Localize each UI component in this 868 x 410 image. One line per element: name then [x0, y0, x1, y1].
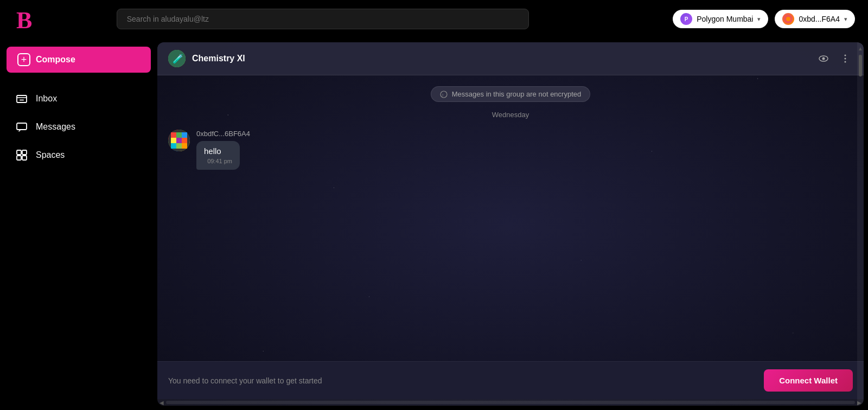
- message-time: 09:41 pm: [204, 158, 232, 164]
- svg-point-18: [441, 91, 447, 98]
- svg-text:B: B: [16, 7, 32, 33]
- spaces-label: Spaces: [36, 150, 65, 160]
- svg-text:!: !: [442, 93, 443, 98]
- message-text: hello: [204, 146, 232, 156]
- main-layout: + Compose Inbox Messages: [0, 38, 868, 410]
- chat-title: Chemistry XI: [192, 54, 245, 63]
- view-button[interactable]: [816, 51, 831, 66]
- day-label: Wednesday: [168, 111, 853, 119]
- scroll-up-arrow[interactable]: ▲: [857, 44, 864, 53]
- inbox-label: Inbox: [36, 94, 57, 104]
- svg-point-3: [786, 17, 790, 21]
- connect-bar: You need to connect your wallet to get s…: [157, 361, 864, 399]
- svg-rect-6: [17, 123, 27, 130]
- group-avatar: 🧪: [168, 50, 186, 67]
- svg-rect-28: [176, 143, 182, 149]
- network-label: Polygon Mumbai: [697, 15, 753, 23]
- sidebar-item-messages[interactable]: Messages: [7, 114, 151, 140]
- chat-content[interactable]: ! Messages in this group are not encrypt…: [157, 75, 864, 361]
- compose-label: Compose: [36, 55, 75, 65]
- search-bar: [117, 9, 529, 29]
- compose-button[interactable]: + Compose: [7, 47, 151, 73]
- svg-rect-21: [171, 132, 176, 138]
- spaces-icon: [15, 149, 28, 162]
- svg-text:🧪: 🧪: [173, 54, 183, 64]
- svg-point-17: [845, 61, 846, 63]
- h-scroll-track: [166, 401, 855, 404]
- svg-rect-8: [22, 150, 27, 155]
- sidebar: + Compose Inbox Messages: [0, 38, 157, 410]
- svg-rect-25: [176, 138, 182, 143]
- wallet-address-label: 0xbd...F6A4: [799, 15, 840, 23]
- chat-header-actions: [816, 51, 853, 66]
- network-chevron: ▾: [757, 16, 761, 23]
- wallet-avatar-icon: [782, 13, 794, 25]
- messages-icon: [15, 120, 28, 133]
- message-content: 0xbdfC...6BF6A4 hello 09:41 pm: [196, 130, 250, 170]
- scroll-thumb[interactable]: [859, 55, 862, 76]
- inbox-icon: [15, 92, 28, 105]
- search-input[interactable]: [117, 9, 529, 29]
- message-bubble: hello 09:41 pm: [196, 141, 240, 170]
- svg-rect-9: [17, 156, 21, 160]
- scroll-left-arrow[interactable]: ◀: [159, 400, 164, 406]
- header: B P Polygon Mumbai ▾ 0xbd...F6A4 ▾: [0, 0, 868, 38]
- polygon-icon: P: [680, 13, 692, 25]
- svg-rect-22: [176, 132, 182, 138]
- network-selector[interactable]: P Polygon Mumbai ▾: [673, 10, 768, 28]
- messages-label: Messages: [36, 122, 75, 132]
- svg-rect-24: [171, 138, 176, 143]
- horizontal-scrollbar[interactable]: ◀ ▶: [157, 399, 864, 406]
- header-right: P Polygon Mumbai ▾ 0xbd...F6A4 ▾: [673, 10, 855, 28]
- logo[interactable]: B: [13, 5, 40, 33]
- svg-rect-5: [20, 99, 24, 101]
- svg-rect-29: [182, 143, 187, 149]
- compose-plus-icon: +: [17, 53, 30, 66]
- svg-rect-4: [17, 95, 27, 102]
- more-options-button[interactable]: [838, 51, 853, 66]
- svg-rect-26: [182, 138, 187, 143]
- encrypt-notice: ! Messages in this group are not encrypt…: [168, 86, 853, 102]
- svg-point-16: [845, 58, 846, 60]
- connect-prompt-text: You need to connect your wallet to get s…: [168, 376, 322, 385]
- message-group: 0xbdfC...6BF6A4 hello 09:41 pm: [168, 130, 853, 170]
- wallet-selector[interactable]: 0xbd...F6A4 ▾: [775, 10, 855, 28]
- encrypt-badge: ! Messages in this group are not encrypt…: [431, 86, 590, 102]
- svg-rect-23: [182, 132, 187, 138]
- sidebar-item-inbox[interactable]: Inbox: [7, 86, 151, 112]
- connect-wallet-button[interactable]: Connect Wallet: [764, 369, 853, 392]
- svg-rect-27: [171, 143, 176, 149]
- wallet-chevron: ▾: [844, 16, 847, 23]
- svg-rect-10: [22, 156, 27, 160]
- message-avatar: [168, 130, 190, 151]
- svg-rect-7: [17, 150, 21, 155]
- svg-point-15: [845, 55, 846, 56]
- chat-bottom: You need to connect your wallet to get s…: [157, 361, 864, 406]
- sidebar-item-spaces[interactable]: Spaces: [7, 142, 151, 168]
- encrypt-notice-text: Messages in this group are not encrypted: [452, 90, 581, 98]
- chat-panel: 🧪 Chemistry XI: [157, 42, 864, 406]
- message-sender: 0xbdfC...6BF6A4: [196, 130, 250, 138]
- svg-point-14: [822, 57, 825, 60]
- chat-scrollbar[interactable]: ▲: [857, 42, 864, 406]
- chat-header: 🧪 Chemistry XI: [157, 42, 864, 75]
